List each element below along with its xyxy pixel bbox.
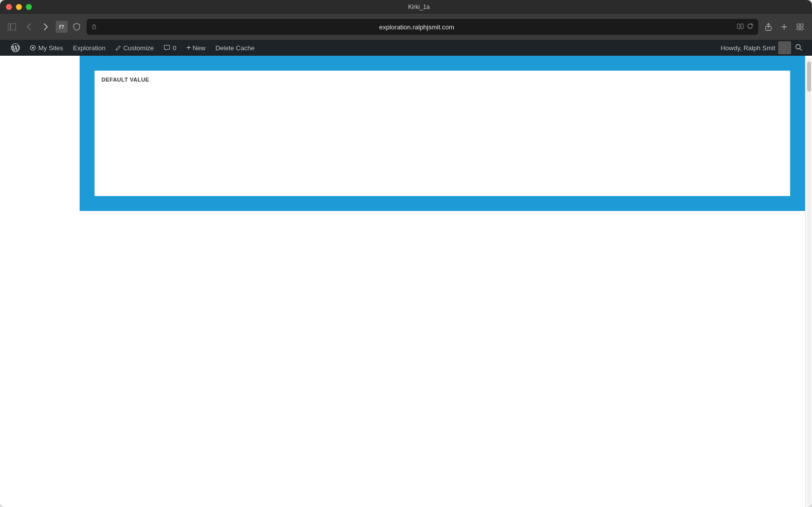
customize-item[interactable]: Customize [110,40,159,56]
sidebar-toggle-icon[interactable] [6,21,18,33]
content-area [95,87,790,196]
reload-icon[interactable] [747,23,753,31]
wp-admin-bar: My Sites Exploration Customize 0 [0,40,812,56]
address-bar-actions [737,23,753,31]
content-card: DEFAULT VALUE [95,71,790,196]
page-background [80,211,805,507]
nav-icons [6,21,52,33]
new-plus-icon: + [187,44,191,52]
comments-count: 0 [173,44,176,52]
window-controls [6,4,32,10]
wp-logo-item[interactable] [6,40,25,56]
add-tab-icon[interactable] [778,21,790,33]
right-scrollbar[interactable]: 2 1 [805,56,812,507]
share-icon[interactable] [762,21,774,33]
main-content: DEFAULT VALUE 2 1 [0,56,812,507]
svg-rect-0 [8,23,16,30]
svg-line-14 [800,48,802,50]
left-sidebar [0,56,80,507]
delete-cache-label: Delete Cache [215,44,255,52]
svg-rect-8 [797,27,800,30]
scrollbar-thumb[interactable] [807,62,811,92]
svg-point-12 [32,47,34,49]
svg-rect-6 [797,24,800,26]
extension-shield-icon[interactable] [71,21,83,33]
address-bar-container[interactable] [87,19,758,35]
site-name-item[interactable]: Exploration [68,40,110,56]
browser-window: Kirki_1a [0,0,812,507]
wp-admin-bar-left: My Sites Exploration Customize 0 [6,40,260,56]
minimize-button[interactable] [16,4,22,10]
my-sites-label: My Sites [38,44,63,52]
address-input[interactable] [100,23,734,31]
svg-rect-7 [801,24,803,26]
back-button[interactable] [23,21,35,33]
extension-fquery-icon[interactable]: f? [56,21,68,33]
howdy-text[interactable]: Howdy, Ralph Smit [720,41,791,54]
toolbar-right [762,21,806,33]
reader-mode-icon[interactable] [737,23,744,31]
site-name-label: Exploration [73,44,105,52]
my-sites-menu-item[interactable]: My Sites [25,40,68,56]
comments-item[interactable]: 0 [159,40,181,56]
default-value-label: DEFAULT VALUE [95,71,790,87]
forward-button[interactable] [40,21,52,33]
browser-toolbar: f? [0,14,812,40]
delete-cache-item[interactable]: Delete Cache [210,40,260,56]
howdy-label: Howdy, Ralph Smit [720,44,775,52]
maximize-button[interactable] [26,4,32,10]
new-item[interactable]: + New [182,40,210,56]
user-avatar [778,41,791,54]
scrollbar-track[interactable] [807,58,811,507]
svg-rect-3 [737,24,740,29]
extensions-area: f? [56,21,83,33]
svg-rect-2 [93,26,96,29]
customize-label: Customize [123,44,154,52]
blue-section: DEFAULT VALUE [80,56,805,211]
wp-admin-bar-right: Howdy, Ralph Smit [720,41,806,54]
title-bar: Kirki_1a [0,0,812,14]
lock-icon [92,23,97,30]
search-icon[interactable] [791,44,806,52]
title-bar-text: Kirki_1a [408,3,429,10]
new-label: New [193,44,205,52]
svg-rect-9 [801,27,803,30]
tabs-overview-icon[interactable] [794,21,806,33]
close-button[interactable] [6,4,12,10]
page-content: DEFAULT VALUE [80,56,805,507]
svg-rect-4 [741,24,743,29]
